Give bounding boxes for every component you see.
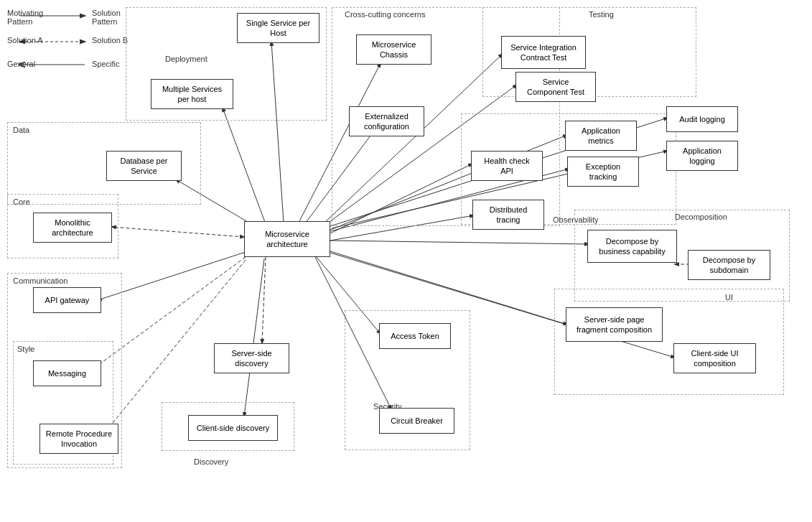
legend-solution-b-label: Solution B [92,36,128,45]
health-check-node[interactable]: Health checkAPI [471,151,543,181]
messaging-node[interactable]: Messaging [33,360,101,386]
database-per-service-node[interactable]: Database perService [106,151,182,181]
svg-line-6 [112,227,244,237]
exception-tracking-node[interactable]: Exceptiontracking [567,157,639,187]
data-label: Data [13,126,29,134]
legend-motivating-label: MotivatingPattern [7,9,43,26]
diagram-container: MotivatingPattern SolutionPattern Soluti… [0,0,812,522]
svg-line-4 [223,108,266,224]
legend-general-label: General [7,60,35,68]
externalized-config-node[interactable]: Externalizedconfiguration [349,106,424,136]
single-service-host-node[interactable]: Single Service perHost [237,13,319,43]
rpc-node[interactable]: Remote ProcedureInvocation [39,424,118,454]
ui-region [554,289,784,395]
style-label: Style [17,345,34,353]
audit-logging-node[interactable]: Audit logging [666,106,738,132]
legend-solution-a-label: Solution A [7,36,43,45]
decomposition-label: Decomposition [675,213,727,221]
testing-label: Testing [589,10,614,19]
client-side-discovery-node[interactable]: Client-side discovery [188,415,278,441]
svg-line-11 [244,258,264,416]
circuit-breaker-node[interactable]: Circuit Breaker [379,408,454,434]
microservice-chassis-node[interactable]: MicroserviceChassis [356,34,431,65]
legend-specific-label: Specific [92,60,120,68]
microservice-arch-node[interactable]: Microservicearchitecture [244,221,330,257]
communication-label: Communication [13,276,67,285]
svg-line-24 [330,241,589,244]
application-metrics-node[interactable]: Applicationmetrics [565,121,637,151]
distributed-tracing-node[interactable]: Distributedtracing [472,200,544,230]
svg-line-10 [262,257,266,343]
ui-label: UI [725,293,733,302]
client-side-ui-node[interactable]: Client-side UIcomposition [673,343,756,373]
server-side-page-node[interactable]: Server-side pagefragment composition [566,307,663,342]
discovery-label: Discovery [194,457,228,466]
multiple-services-host-node[interactable]: Multiple Servicesper host [151,79,233,109]
core-label: Core [13,197,30,206]
legend-solution-label: SolutionPattern [92,9,121,26]
cross-cutting-label: Cross-cutting concerns [345,10,426,19]
service-component-test-node[interactable]: ServiceComponent Test [515,72,596,102]
access-token-node[interactable]: Access Token [379,323,451,349]
decompose-subdomain-node[interactable]: Decompose bysubdomain [688,250,770,280]
monolithic-arch-node[interactable]: Monolithicarchitecture [33,213,112,243]
deployment-label: Deployment [165,55,207,63]
api-gateway-node[interactable]: API gateway [33,287,101,313]
server-side-discovery-node[interactable]: Server-sidediscovery [214,343,289,373]
decompose-business-node[interactable]: Decompose bybusiness capability [587,230,677,263]
application-logging-node[interactable]: Applicationlogging [666,141,738,171]
service-integration-test-node[interactable]: Service IntegrationContract Test [501,36,586,69]
